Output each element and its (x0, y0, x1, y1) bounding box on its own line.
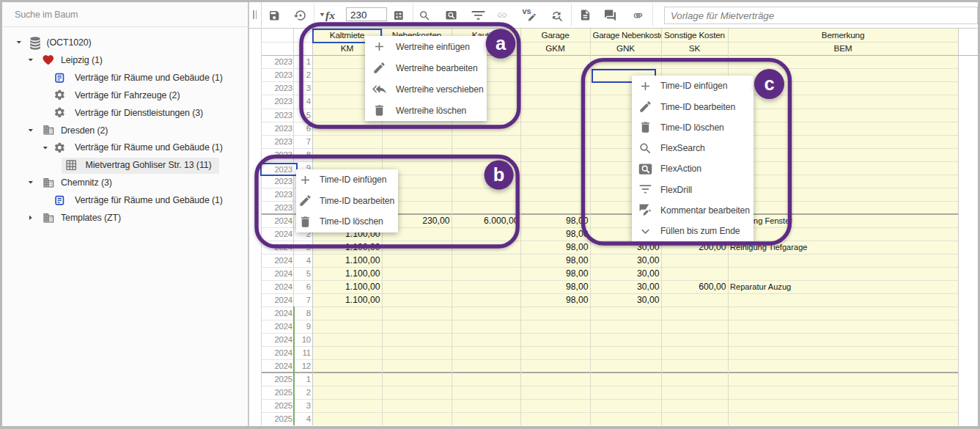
svg-text:c: c (764, 73, 774, 94)
svg-text:b: b (493, 164, 505, 185)
svg-text:a: a (495, 33, 506, 54)
